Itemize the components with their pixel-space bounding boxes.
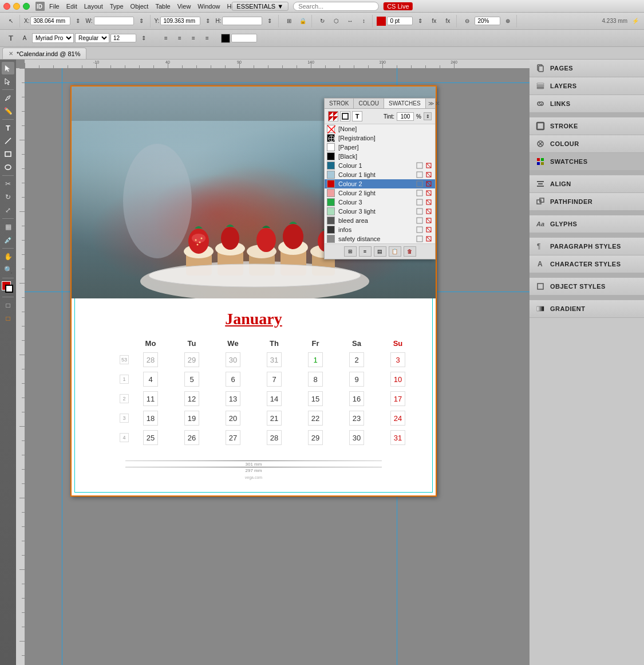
w-input[interactable] bbox=[94, 17, 134, 25]
panel-more-btn[interactable]: ≫ ✕ bbox=[426, 99, 442, 108]
h-stepper[interactable]: ⇕ bbox=[263, 15, 276, 27]
text-color-swatch[interactable] bbox=[221, 34, 230, 43]
options-btn[interactable]: ⚡ bbox=[629, 15, 642, 27]
close-button[interactable] bbox=[3, 3, 10, 10]
hand-tool[interactable]: ✋ bbox=[2, 250, 14, 263]
w-stepper[interactable]: ⇕ bbox=[135, 15, 148, 27]
font-select[interactable]: Myriad Pro bbox=[32, 33, 74, 43]
text-color-input[interactable] bbox=[231, 34, 257, 42]
h-input[interactable] bbox=[222, 17, 262, 25]
align-left-btn[interactable]: ≡ bbox=[160, 32, 172, 45]
minimize-button[interactable] bbox=[13, 3, 20, 10]
rp-paragraph-styles[interactable]: ¶ PARAGRAPH STYLES bbox=[530, 238, 644, 255]
swatch-delete-icon[interactable] bbox=[425, 198, 433, 206]
swatch-row[interactable]: [Paper] bbox=[325, 143, 435, 152]
flip-h-btn[interactable]: ↔ bbox=[343, 15, 356, 27]
cs-live-label[interactable]: CS Live bbox=[384, 2, 413, 10]
pencil-tool[interactable]: ✏️ bbox=[2, 105, 14, 117]
swatch-delete-icon[interactable] bbox=[425, 235, 433, 243]
align-right-btn[interactable]: ≡ bbox=[187, 32, 200, 45]
menu-layout[interactable]: Layout bbox=[84, 3, 103, 10]
fill-icon[interactable] bbox=[328, 111, 338, 121]
preview-mode-btn[interactable]: □ bbox=[2, 312, 14, 325]
rp-character-styles[interactable]: A CHARACTER STYLES bbox=[530, 255, 644, 273]
canvas-area[interactable]: -104090140190240 bbox=[16, 60, 530, 665]
menu-object[interactable]: Object bbox=[131, 3, 149, 10]
x-input[interactable] bbox=[30, 17, 70, 25]
font-size-stepper[interactable]: ⇕ bbox=[137, 32, 150, 45]
rp-pages[interactable]: PAGES bbox=[530, 60, 644, 77]
tab-swatches[interactable]: SWATCHES bbox=[384, 99, 426, 108]
stroke-color[interactable] bbox=[5, 285, 13, 293]
swatch-delete-icon[interactable] bbox=[425, 226, 433, 234]
swatch-row[interactable]: Colour 2 light bbox=[325, 188, 435, 198]
tab-stroke[interactable]: STROK bbox=[325, 99, 354, 108]
direct-selection-tool[interactable] bbox=[2, 75, 14, 88]
scale-tool[interactable]: ⤢ bbox=[2, 204, 14, 217]
rp-glyphs[interactable]: Aa GLYPHS bbox=[530, 215, 644, 233]
rp-stroke[interactable]: STROKE bbox=[530, 117, 644, 135]
swatch-display-small-btn[interactable]: ▤ bbox=[374, 246, 386, 257]
line-tool[interactable] bbox=[2, 135, 14, 147]
scissors-tool[interactable]: ✂ bbox=[2, 178, 14, 190]
style-select[interactable]: Regular bbox=[75, 33, 109, 43]
char-style-btn[interactable]: A bbox=[18, 32, 31, 45]
zoom-in-btn[interactable]: ⊕ bbox=[501, 15, 514, 27]
swatch-new-btn[interactable]: 📋 bbox=[389, 246, 401, 257]
swatch-row[interactable]: [None] bbox=[325, 124, 435, 133]
rotate-tool[interactable]: ↻ bbox=[2, 191, 14, 203]
swatch-delete-icon[interactable] bbox=[425, 207, 433, 215]
rp-layers[interactable]: LAYERS bbox=[530, 77, 644, 95]
swatch-row[interactable]: Colour 2 bbox=[325, 179, 435, 188]
swatch-display-list-btn[interactable]: ≡ bbox=[359, 246, 372, 257]
swatch-row[interactable]: bleed area bbox=[325, 216, 435, 225]
tint-stepper[interactable]: ⇕ bbox=[424, 112, 432, 120]
maximize-button[interactable] bbox=[23, 3, 30, 10]
swatch-row[interactable]: Colour 1 bbox=[325, 161, 435, 170]
ellipse-tool[interactable] bbox=[2, 161, 14, 174]
menu-view[interactable]: View bbox=[177, 3, 191, 10]
arrow-tool-btn[interactable]: ↖ bbox=[5, 15, 17, 27]
menu-table[interactable]: Table bbox=[155, 3, 170, 10]
rp-links[interactable]: LINKS bbox=[530, 95, 644, 113]
swatch-delete-icon[interactable] bbox=[425, 189, 433, 197]
menu-file[interactable]: File bbox=[49, 3, 60, 10]
menu-type[interactable]: Type bbox=[110, 3, 124, 10]
align-center-btn[interactable]: ≡ bbox=[173, 32, 186, 45]
scale-options-btn[interactable]: ⊞ bbox=[283, 15, 295, 27]
swatch-delete-icon[interactable] bbox=[425, 162, 433, 170]
shear-btn[interactable]: ⬡ bbox=[330, 15, 342, 27]
flip-v-btn[interactable]: ↕ bbox=[357, 15, 370, 27]
rp-object-styles[interactable]: OBJECT STYLES bbox=[530, 278, 644, 296]
zoom-out-btn[interactable]: ⊖ bbox=[461, 15, 473, 27]
swatch-display-icon-btn[interactable]: ⊞ bbox=[344, 246, 357, 257]
swatch-row[interactable]: Colour 3 light bbox=[325, 207, 435, 216]
swatch-row[interactable]: infos bbox=[325, 225, 435, 234]
zoom-input[interactable] bbox=[475, 17, 500, 25]
document-tab[interactable]: ✕ *Calendar.indd @ 81% bbox=[2, 48, 86, 59]
tab-colour[interactable]: COLOU bbox=[354, 99, 384, 108]
swatch-row[interactable]: Colour 3 bbox=[325, 198, 435, 207]
swatch-row[interactable]: Colour 1 light bbox=[325, 170, 435, 179]
lock-btn[interactable]: 🔒 bbox=[297, 15, 309, 27]
tint-input[interactable] bbox=[397, 112, 414, 121]
fx-btn[interactable]: fx bbox=[441, 15, 454, 27]
swatch-delete-icon[interactable] bbox=[425, 171, 433, 179]
text-btn[interactable]: T bbox=[5, 32, 17, 45]
font-size-input[interactable] bbox=[110, 34, 136, 42]
zoom-tool[interactable]: 🔍 bbox=[2, 263, 14, 276]
rectangle-tool[interactable] bbox=[2, 148, 14, 160]
swatch-delete-btn[interactable]: 🗑 bbox=[404, 246, 416, 257]
rp-colour[interactable]: COLOUR bbox=[530, 135, 644, 153]
eyedropper-tool[interactable]: 💉 bbox=[2, 234, 14, 246]
y-input[interactable] bbox=[160, 17, 200, 25]
rotate-btn[interactable]: ↻ bbox=[316, 15, 329, 27]
swatch-row[interactable]: [Black] bbox=[325, 152, 435, 161]
menu-window[interactable]: Window bbox=[197, 3, 220, 10]
rp-align[interactable]: ALIGN bbox=[530, 175, 644, 193]
pen-tool[interactable] bbox=[2, 92, 14, 104]
swatch-delete-icon[interactable] bbox=[425, 217, 433, 225]
swatch-row[interactable]: safety distance bbox=[325, 234, 435, 243]
rp-pathfinder[interactable]: PATHFINDER bbox=[530, 193, 644, 211]
text-icon[interactable]: T bbox=[352, 111, 362, 121]
